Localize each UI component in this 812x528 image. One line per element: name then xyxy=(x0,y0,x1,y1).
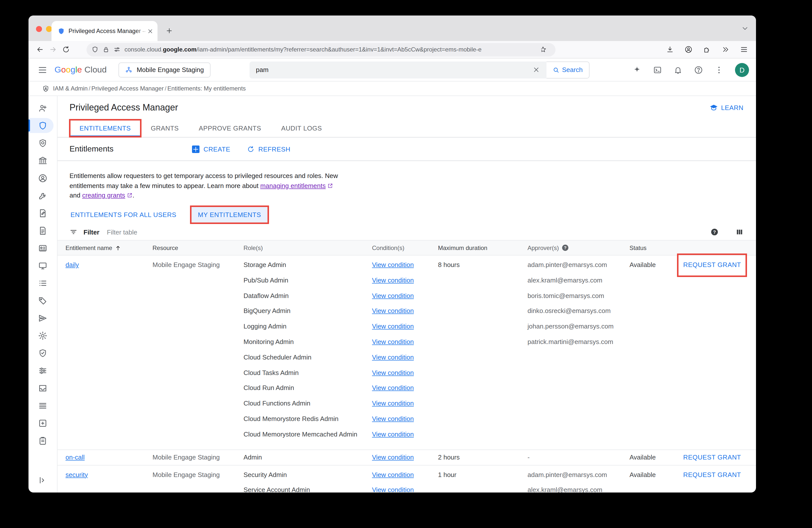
back-button[interactable] xyxy=(33,43,46,56)
view-condition-link[interactable]: View condition xyxy=(372,396,438,411)
help-icon[interactable] xyxy=(694,65,703,74)
view-condition-link[interactable]: View condition xyxy=(372,258,438,273)
sidebar-item-rows[interactable] xyxy=(29,398,57,413)
sidebar-item-sliders[interactable] xyxy=(29,363,57,378)
column-display-icon[interactable] xyxy=(736,228,743,236)
sidebar-collapse-button[interactable] xyxy=(29,472,57,487)
sidebar-item-shield-sync[interactable] xyxy=(29,135,57,150)
sidebar-item-bank[interactable] xyxy=(29,153,57,168)
sidebar-item-tag[interactable] xyxy=(29,293,57,308)
gemini-sparkle-icon[interactable] xyxy=(633,65,641,74)
entitlement-link[interactable]: security xyxy=(66,467,153,483)
tab-approve-grants[interactable]: APPROVE GRANTS xyxy=(189,119,271,137)
view-condition-link[interactable]: View condition xyxy=(372,319,438,335)
more-vert-icon[interactable] xyxy=(714,65,724,74)
breadcrumb-item[interactable]: IAM & Admin xyxy=(53,85,88,92)
project-picker[interactable]: Mobile Engage Staging xyxy=(119,62,211,77)
breadcrumb-item[interactable]: Privileged Access Manager xyxy=(91,85,164,92)
toolbar-overflow-button[interactable] xyxy=(719,43,733,56)
close-tab-icon[interactable] xyxy=(147,28,154,34)
view-condition-link[interactable]: View condition xyxy=(372,483,438,493)
request-grant-button[interactable]: REQUEST GRANT xyxy=(683,467,741,483)
nav-menu-icon[interactable] xyxy=(38,65,47,75)
search-button[interactable]: Search xyxy=(547,61,590,78)
notifications-bell-icon[interactable] xyxy=(673,65,682,74)
filter-input[interactable]: Filter table xyxy=(107,228,705,236)
sidebar-item-doc-lines[interactable] xyxy=(29,223,57,238)
sidebar-item-clipboard[interactable] xyxy=(29,433,57,448)
clear-search-icon[interactable] xyxy=(533,66,540,73)
sidebar-item-box-plus[interactable] xyxy=(29,415,57,430)
lock-icon[interactable] xyxy=(102,46,110,53)
tab-audit-logs[interactable]: AUDIT LOGS xyxy=(271,119,332,137)
column-header[interactable]: Entitlement name xyxy=(66,244,153,251)
view-condition-link[interactable]: View condition xyxy=(372,411,438,427)
app-menu-button[interactable] xyxy=(737,43,751,56)
doc-lines-icon xyxy=(38,226,47,235)
column-header[interactable]: Resource xyxy=(153,244,244,251)
sidebar-item-gear[interactable] xyxy=(29,328,57,343)
column-header[interactable]: Condition(s) xyxy=(372,244,438,251)
browser-tab[interactable]: Privileged Access Manager – IA xyxy=(52,21,158,41)
sidebar-item-monitor[interactable] xyxy=(29,258,57,273)
sidebar-item-doc-edit[interactable] xyxy=(29,205,57,220)
column-header[interactable]: Role(s) xyxy=(244,244,372,251)
new-tab-button[interactable] xyxy=(161,23,176,38)
sidebar-item-shield-check[interactable] xyxy=(29,346,57,361)
avatar[interactable]: D xyxy=(735,63,749,77)
sidebar-item-send[interactable] xyxy=(29,310,57,325)
account-button[interactable] xyxy=(682,43,696,56)
permissions-icon[interactable] xyxy=(114,46,120,53)
reload-button[interactable] xyxy=(59,43,72,56)
approver-help-icon[interactable]: ? xyxy=(561,244,569,251)
role-item: BigQuery Admin xyxy=(244,304,372,319)
sidebar-item-person-circle[interactable] xyxy=(29,171,57,186)
view-condition-link[interactable]: View condition xyxy=(372,427,438,442)
table-help-icon[interactable]: ? xyxy=(710,228,719,236)
tab-grants[interactable]: GRANTS xyxy=(141,119,189,137)
address-bar[interactable]: console.cloud.google.com/iam-admin/pam/e… xyxy=(87,43,555,56)
sidebar-item-wrench[interactable] xyxy=(29,188,57,203)
view-condition-link[interactable]: View condition xyxy=(372,381,438,396)
view-condition-link[interactable]: View condition xyxy=(372,365,438,381)
close-window-button[interactable] xyxy=(36,26,42,32)
description-link[interactable]: managing entitlements xyxy=(260,182,326,189)
tracking-protection-shield-icon[interactable] xyxy=(91,46,99,53)
column-header[interactable]: Approver(s)? xyxy=(527,244,629,251)
google-cloud-logo[interactable]: GoogleCloud xyxy=(55,65,107,75)
forward-button[interactable] xyxy=(46,43,59,56)
subtab-entitlements-for-all-users[interactable]: ENTITLEMENTS FOR ALL USERS xyxy=(63,206,184,223)
request-grant-button[interactable]: REQUEST GRANT xyxy=(683,258,741,273)
view-condition-link[interactable]: View condition xyxy=(372,335,438,350)
entitlement-link[interactable]: daily xyxy=(66,258,153,273)
view-condition-link[interactable]: View condition xyxy=(372,273,438,289)
sidebar-item-badge[interactable] xyxy=(29,240,57,255)
learn-link[interactable]: LEARN xyxy=(710,103,743,112)
column-header[interactable]: Maximum duration xyxy=(438,244,527,251)
view-condition-link[interactable]: View condition xyxy=(372,350,438,366)
request-grant-button[interactable]: REQUEST GRANT xyxy=(683,450,741,465)
search-input[interactable]: pam xyxy=(249,61,547,78)
sidebar-item-list[interactable] xyxy=(29,276,57,291)
view-condition-link[interactable]: View condition xyxy=(372,467,438,483)
minimize-window-button[interactable] xyxy=(46,26,52,32)
sidebar-item-shield[interactable] xyxy=(29,118,57,133)
view-condition-link[interactable]: View condition xyxy=(372,304,438,319)
filter-label[interactable]: Filter xyxy=(84,228,100,236)
breadcrumb-item[interactable]: Entitlements: My entitlements xyxy=(168,85,246,92)
column-header[interactable]: Status xyxy=(629,244,680,251)
sidebar-item-tray[interactable] xyxy=(29,381,57,396)
extensions-button[interactable] xyxy=(700,43,714,56)
cloud-shell-icon[interactable] xyxy=(653,65,662,74)
sidebar-item-person-add[interactable] xyxy=(29,101,57,116)
view-condition-link[interactable]: View condition xyxy=(372,450,438,465)
tab-entitlements[interactable]: ENTITLEMENTS xyxy=(70,119,141,137)
subtab-my-entitlements[interactable]: MY ENTITLEMENTS xyxy=(190,205,269,224)
view-condition-link[interactable]: View condition xyxy=(372,288,438,304)
tab-overflow-chevron-icon[interactable] xyxy=(741,25,749,32)
create-button[interactable]: CREATE xyxy=(192,145,230,153)
description-link[interactable]: creating grants xyxy=(82,191,125,199)
downloads-button[interactable] xyxy=(663,43,677,56)
refresh-button[interactable]: REFRESH xyxy=(247,145,290,153)
entitlement-link[interactable]: on-call xyxy=(66,450,153,465)
